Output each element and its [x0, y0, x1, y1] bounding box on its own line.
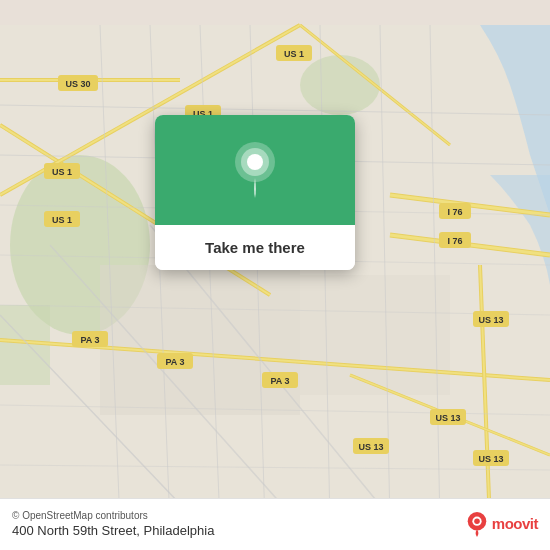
svg-text:US 1: US 1: [284, 49, 304, 59]
map-attribution: © OpenStreetMap contributors: [12, 509, 214, 523]
svg-point-2: [300, 55, 380, 115]
svg-text:US 13: US 13: [478, 315, 503, 325]
popup-header: [155, 115, 355, 225]
svg-text:I 76: I 76: [447, 207, 462, 217]
svg-text:I 76: I 76: [447, 236, 462, 246]
svg-rect-5: [300, 275, 450, 395]
svg-text:US 13: US 13: [358, 442, 383, 452]
svg-text:US 30: US 30: [65, 79, 90, 89]
map-background: US 30 US 1 US 1 US 1 US 1 I 76 I 76 US 1…: [0, 0, 550, 550]
map-container: US 30 US 1 US 1 US 1 US 1 I 76 I 76 US 1…: [0, 0, 550, 550]
moovit-logo: moovit: [466, 511, 538, 537]
svg-text:PA 3: PA 3: [165, 357, 184, 367]
svg-text:PA 3: PA 3: [270, 376, 289, 386]
svg-text:US 1: US 1: [52, 167, 72, 177]
svg-text:US 1: US 1: [52, 215, 72, 225]
map-info: © OpenStreetMap contributors 400 North 5…: [12, 509, 214, 538]
address-label: 400 North 59th Street, Philadelphia: [12, 523, 214, 538]
svg-point-71: [247, 154, 263, 170]
svg-point-74: [474, 518, 480, 524]
moovit-brand-text: moovit: [492, 515, 538, 532]
popup-card: Take me there: [155, 115, 355, 270]
take-me-there-button[interactable]: Take me there: [155, 225, 355, 270]
svg-text:US 13: US 13: [478, 454, 503, 464]
svg-rect-4: [100, 265, 300, 415]
bottom-bar: © OpenStreetMap contributors 400 North 5…: [0, 498, 550, 550]
moovit-pin-icon: [466, 511, 488, 537]
svg-text:PA 3: PA 3: [80, 335, 99, 345]
location-pin-icon: [230, 140, 280, 200]
svg-text:US 13: US 13: [435, 413, 460, 423]
